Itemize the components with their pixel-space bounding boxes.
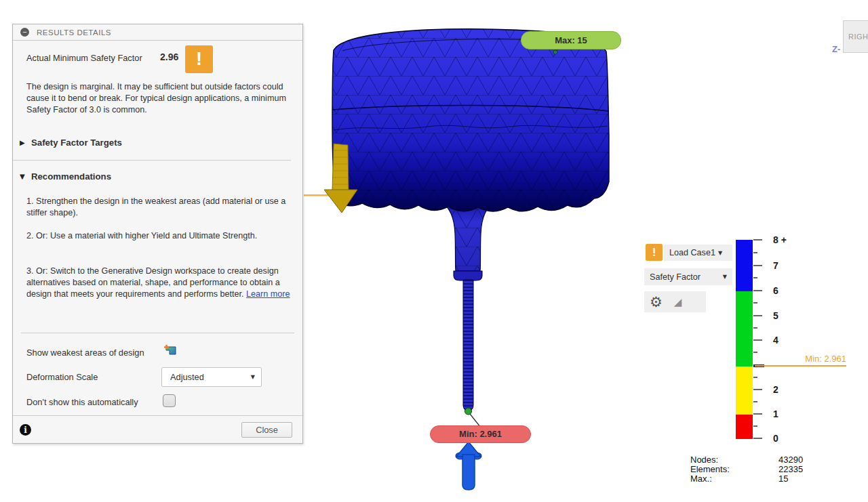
scale-tick-label: 6 — [773, 285, 800, 297]
scale-minor-tick — [753, 302, 757, 304]
collapse-panel-button[interactable]: − — [20, 28, 29, 37]
scale-tick — [753, 339, 762, 341]
legend-wedge-icon[interactable]: ◢ — [674, 296, 682, 308]
chevron-down-icon: ▼ — [20, 173, 31, 180]
chevron-down-icon: ▼ — [723, 274, 727, 280]
scale-tick — [753, 239, 762, 240]
scale-tick — [753, 413, 762, 415]
gear-icon[interactable]: ⚙ — [650, 294, 663, 310]
scale-tick — [753, 315, 762, 316]
show-weakest-label: Show weakest areas of design — [26, 348, 144, 358]
stat-value: 22335 — [778, 465, 803, 474]
info-glyph: i — [24, 425, 27, 435]
view-cube-face-label: RIGHT — [848, 33, 868, 41]
chevron-down-icon: ▼ — [251, 374, 255, 380]
scale-segment-yellow — [736, 367, 753, 415]
dont-show-label: Don't show this automatically — [26, 397, 138, 407]
min-value-badge[interactable]: Min: 2.961 — [430, 425, 531, 443]
scale-tick — [753, 290, 762, 291]
scale-segment-red — [736, 415, 753, 439]
model-shaft — [463, 280, 473, 411]
safety-description: The design is marginal. It may be suffic… — [26, 81, 292, 116]
z-axis-label: Z- — [832, 44, 840, 54]
recommendation-3-text: 3. Or: Switch to the Generative Design w… — [26, 266, 280, 299]
scale-minor-tick — [753, 252, 757, 253]
learn-more-link[interactable]: Learn more — [246, 289, 290, 299]
max-value-badge[interactable]: Max: 15 — [521, 31, 621, 49]
panel-title: RESULTS DETAILS — [37, 28, 111, 37]
scale-tick-label: 4 — [773, 334, 800, 346]
section-recommendations[interactable]: ▼ Recommendations — [20, 171, 111, 182]
min-point-marker — [465, 408, 481, 427]
scale-tick-label: 0 — [773, 432, 800, 444]
safety-factor-label: Actual Minimum Safety Factor — [26, 53, 142, 63]
stat-label: Elements: — [690, 465, 730, 474]
scale-minor-tick — [753, 401, 757, 402]
show-weakest-areas-icon[interactable] — [163, 344, 177, 356]
load-case-warning-icon: ! — [646, 244, 663, 261]
load-case-dropdown[interactable]: Load Case1 ▼ — [664, 245, 732, 261]
scale-segment-blue — [736, 240, 753, 291]
divider — [13, 160, 291, 161]
view-cube[interactable]: RIGHT — [843, 20, 868, 53]
close-button[interactable]: Close — [241, 422, 292, 438]
model-knob — [332, 29, 609, 211]
model-neck — [441, 201, 495, 280]
scale-minor-tick — [753, 352, 757, 353]
section-title: Safety Factor Targets — [31, 138, 122, 148]
stat-label: Nodes: — [690, 455, 718, 465]
scale-tick-label: 8 + — [773, 234, 800, 246]
result-type-dropdown[interactable]: Safety Factor ▼ — [644, 268, 732, 285]
recommendation-3: 3. Or: Switch to the Generative Design w… — [26, 266, 295, 300]
constraint-arrow-icon — [456, 442, 481, 490]
info-icon[interactable]: i — [20, 424, 31, 436]
divider — [13, 415, 304, 416]
scale-tick — [753, 265, 762, 266]
recommendation-1: 1. Strengthen the design in the weakest … — [26, 196, 292, 219]
recommendation-2: 2. Or: Use a material with higher Yield … — [26, 230, 292, 242]
deformation-scale-select[interactable]: Adjusted ▼ — [161, 367, 262, 387]
scale-tick-label: 2 — [773, 383, 800, 396]
deformation-scale-label: Deformation Scale — [26, 372, 98, 382]
scale-tick-label: 1 — [773, 408, 800, 420]
safety-factor-value: 2.96 — [160, 51, 178, 62]
scale-minor-tick — [753, 377, 757, 378]
min-annotation-line — [755, 365, 846, 367]
scale-minor-tick — [753, 327, 757, 329]
section-safety-factor-targets[interactable]: ▶ Safety Factor Targets — [20, 138, 122, 148]
min-annotation-label: Min: 2.961 — [778, 354, 846, 364]
stat-value: 43290 — [778, 455, 803, 465]
result-type-label: Safety Factor — [650, 272, 720, 282]
section-title: Recommendations — [31, 171, 111, 182]
legend-toolbar: ⚙ ◢ — [644, 291, 706, 312]
chevron-down-icon: ▼ — [718, 250, 722, 256]
deformation-scale-value: Adjusted — [170, 372, 251, 382]
simulation-model-canvas[interactable] — [298, 20, 624, 495]
warning-exclaim-glyph: ! — [196, 49, 202, 70]
scale-minor-tick — [753, 425, 757, 427]
stat-value: 15 — [778, 474, 788, 484]
scale-segment-green — [736, 291, 753, 367]
scale-tick — [753, 438, 762, 439]
dont-show-checkbox[interactable] — [163, 394, 176, 407]
application-viewport: Max: 15 Min: 2.961 − RESULTS DETAILS Act… — [0, 0, 868, 502]
scale-tick-label: 7 — [773, 259, 800, 272]
results-details-panel: − RESULTS DETAILS Actual Minimum Safety … — [12, 24, 303, 444]
scale-minor-tick — [753, 277, 757, 278]
divider — [21, 333, 294, 333]
chevron-right-icon: ▶ — [20, 139, 31, 146]
stat-label: Max.: — [690, 474, 712, 484]
panel-header: − RESULTS DETAILS — [13, 24, 302, 41]
warning-exclaim-glyph: ! — [652, 246, 656, 259]
warning-icon: ! — [185, 45, 213, 73]
scale-tick — [753, 389, 762, 390]
scale-tick-label: 5 — [773, 310, 800, 322]
load-case-label: Load Case1 — [669, 248, 715, 257]
